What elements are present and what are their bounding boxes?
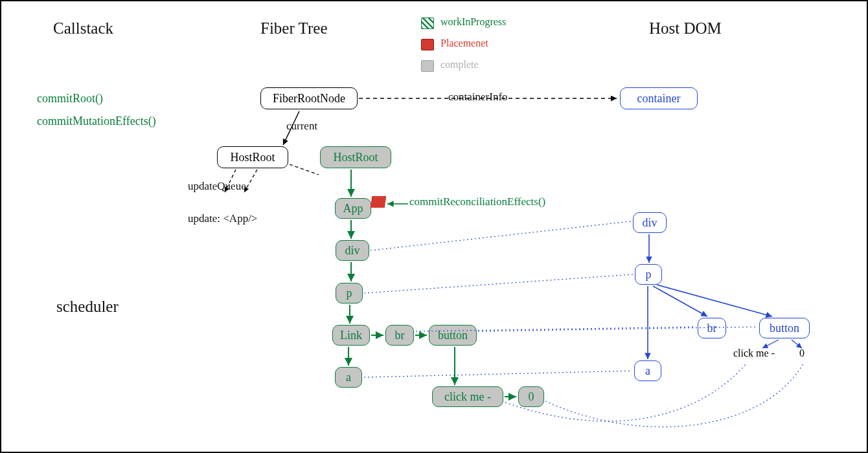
node-host-root-current: HostRoot [217, 146, 288, 168]
callstack-fn-commitMutationEffects: commitMutationEffects() [37, 115, 156, 128]
fiber-link: Link [332, 325, 370, 346]
svg-line-22 [364, 274, 633, 293]
legend-label-placement: Placemenet [440, 38, 488, 49]
heading-callstack: Callstack [53, 19, 113, 38]
heading-fiber-tree: Fiber Tree [260, 19, 327, 38]
fiber-clickme: click me - [432, 386, 503, 407]
fiber-host-root: HostRoot [320, 146, 391, 168]
label-commit-reconciliation: commitReconciliationEffects() [409, 195, 545, 208]
fiber-a: a [335, 367, 362, 388]
label-container-info: containerInfo [448, 91, 508, 104]
fiber-div: div [336, 240, 369, 261]
placement-flag-icon [371, 196, 387, 208]
label-current: current [286, 120, 317, 133]
heading-host-dom: Host DOM [649, 19, 722, 38]
svg-line-21 [371, 221, 631, 250]
node-fiber-root-node: FiberRootNode [260, 87, 358, 109]
legend-swatch-placement [421, 39, 434, 50]
dom-text-zero: 0 [799, 348, 805, 359]
fiber-zero: 0 [518, 386, 544, 407]
legend-label-complete: complete [440, 59, 479, 71]
diagram-stage: Callstack Fiber Tree Host DOM scheduler … [0, 0, 868, 453]
dom-br: br [698, 318, 726, 338]
legend-label-wip: workInProgress [440, 16, 506, 28]
legend-swatch-wip [421, 17, 434, 29]
callstack-fn-commitRoot: commitRoot() [37, 92, 103, 105]
connectors [1, 1, 868, 453]
dom-a: a [634, 360, 661, 381]
label-update-queue: updateQueue [188, 180, 246, 193]
svg-line-4 [290, 164, 319, 175]
svg-line-17 [653, 286, 707, 316]
svg-line-3 [244, 170, 257, 192]
fiber-button: button [429, 325, 477, 346]
svg-line-18 [657, 285, 772, 316]
legend-swatch-complete [421, 60, 434, 72]
heading-scheduler: scheduler [56, 298, 119, 316]
dom-container: container [620, 87, 698, 109]
dom-button: button [759, 318, 810, 338]
fiber-p: p [336, 283, 363, 304]
fiber-br: br [385, 325, 414, 346]
dom-text-clickme: click me - [733, 348, 775, 359]
fiber-app: App [335, 198, 371, 219]
label-update-app: update: <App/> [188, 212, 257, 225]
dom-div: div [633, 212, 667, 233]
dom-p: p [635, 264, 662, 285]
svg-line-25 [364, 371, 632, 377]
